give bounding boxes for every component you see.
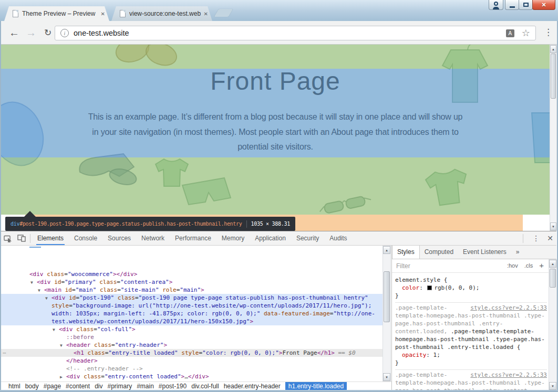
dom-tree-row[interactable]: ⋯<h1 class="entry-title loaded" style="c… [1, 349, 383, 357]
back-button[interactable]: ← [6, 23, 22, 43]
elements-scrollbar[interactable]: ▲ ▼ [383, 246, 391, 382]
breadcrumb-item--page[interactable]: #page [44, 383, 61, 390]
url-text[interactable]: one-test.website [74, 29, 129, 37]
forward-button[interactable]: → [23, 23, 39, 43]
hover-state-button[interactable]: :hov [507, 262, 518, 269]
reload-button[interactable]: ↻ [40, 23, 56, 43]
breadcrumb-item--primary[interactable]: #primary [107, 383, 132, 390]
collapse-arrow-icon[interactable]: ▼ [38, 287, 40, 294]
dom-tree-row[interactable]: ▼<div id="post-190" class="post-190 page… [1, 294, 383, 302]
devtools-tab-console[interactable]: Console [69, 231, 102, 245]
color-swatch[interactable] [427, 285, 432, 290]
collapse-arrow-icon[interactable]: ▼ [45, 294, 48, 302]
collapse-arrow-icon[interactable]: ▼ [30, 279, 33, 287]
scroll-up-icon[interactable]: ▲ [549, 260, 556, 268]
breadcrumb-item--post-190[interactable]: #post-190 [159, 383, 187, 390]
collapse-arrow-icon[interactable]: ▼ [53, 326, 55, 334]
devtools-menu-icon[interactable]: ⋮ [532, 234, 540, 242]
code-segment: id [54, 279, 61, 285]
dom-tree-row[interactable]: width: 1035px; margin-left: -41.875px; c… [1, 310, 383, 317]
tab-title: view-source:one-test.web [129, 10, 201, 17]
devtools-tab-elements[interactable]: Elements [32, 231, 69, 245]
closing-brace: } [395, 292, 547, 300]
page-scrollbar[interactable]: ▲ ▼ [550, 45, 557, 231]
code-segment: "color: rgb(0, 0, 0);" [202, 349, 279, 356]
stylesheet-link[interactable]: style.css?ver=2.2.5:33 [470, 371, 547, 379]
dom-tree-row[interactable]: </header> [1, 357, 383, 365]
translate-icon[interactable]: A [506, 29, 514, 37]
dom-tree-row[interactable]: test.website/wp-content/uploads/2017/11/… [1, 317, 383, 325]
maximize-button[interactable] [519, 0, 533, 10]
sidebar-tab--[interactable]: » [511, 246, 524, 259]
scroll-up-icon[interactable]: ▲ [383, 246, 390, 254]
devtools-tab-memory[interactable]: Memory [216, 231, 250, 245]
dom-tree-row[interactable]: ▼<main id="main" class="site-main" role=… [1, 286, 383, 294]
dom-tree-row[interactable]: <!-- .entry-header --> [1, 365, 383, 373]
dom-tree-row[interactable]: ▼<div class="col-full"> [1, 325, 383, 333]
bookmark-star-icon[interactable]: ☆ [522, 28, 530, 38]
breadcrumb-item-div-col-full[interactable]: div.col-full [191, 383, 219, 390]
tab-close-icon[interactable]: ✕ [101, 11, 105, 17]
devtools-tab-sources[interactable]: Sources [102, 231, 136, 245]
breadcrumb-item-html[interactable]: html [8, 383, 20, 390]
scrollbar-thumb[interactable] [551, 54, 556, 99]
new-style-rule-button[interactable]: + [539, 262, 544, 268]
devtools-tab-security[interactable]: Security [291, 231, 324, 245]
devtools-close-icon[interactable]: ✕ [547, 234, 553, 242]
filter-input[interactable]: Filter [396, 262, 410, 270]
sidebar-tab-styles[interactable]: Styles [392, 246, 420, 259]
new-tab-button[interactable] [214, 9, 233, 17]
breadcrumb-item-body[interactable]: body [25, 383, 39, 390]
style-rule[interactable]: style.css?ver=2.2.5:33.page-template-tem… [395, 369, 547, 390]
scroll-down-icon[interactable]: ▼ [549, 382, 556, 390]
tooltip-tag: div [11, 221, 19, 227]
scroll-down-icon[interactable]: ▼ [383, 373, 390, 381]
scrollbar-thumb[interactable] [550, 269, 556, 288]
browser-tab-view-source[interactable]: view-source:one-test.web ✕ [111, 6, 212, 21]
dom-tree-row[interactable]: <div class="woocommerce"></div> [1, 270, 383, 278]
devtools-tab-performance[interactable]: Performance [170, 231, 216, 245]
info-icon[interactable]: i [60, 29, 69, 37]
tab-close-icon[interactable]: ✕ [204, 11, 208, 17]
expand-arrow-icon[interactable]: ▶ [60, 373, 63, 381]
device-toolbar-icon[interactable] [15, 231, 28, 245]
close-window-button[interactable]: ✕ [532, 0, 555, 10]
class-toggle-button[interactable]: .cls [524, 262, 533, 269]
minimize-button[interactable] [505, 0, 519, 10]
devtools-tab-network[interactable]: Network [136, 231, 170, 245]
inspect-element-icon[interactable] [1, 231, 15, 245]
dom-tree-row[interactable]: ::before [1, 333, 383, 341]
devtools-tab-application[interactable]: Application [250, 231, 291, 245]
css-property[interactable]: opacity: 1; [395, 351, 547, 359]
dom-tree-row[interactable]: ▼<div id="primary" class="content-area"> [1, 278, 383, 286]
dom-tree-row[interactable]: ▶<div class="entry-content loaded">…</di… [1, 373, 383, 380]
dom-tree-row[interactable]: ▼<header class="entry-header"> [1, 341, 383, 349]
stylesheet-link[interactable]: style.css?ver=2.2.5:33 [470, 304, 547, 312]
style-rule[interactable]: style.css?ver=2.2.5:33.page-template-tem… [395, 302, 547, 369]
breadcrumb-item--content[interactable]: #content [66, 383, 90, 390]
styles-scrollbar[interactable]: ▲ ▼ [549, 259, 557, 390]
row-actions-icon[interactable]: ⋯ [3, 349, 6, 357]
breadcrumb-item--main[interactable]: #main [137, 383, 154, 390]
breadcrumb-item-h1-entry-title-loaded[interactable]: h1.entry-title.loaded [285, 382, 347, 390]
scroll-down-icon[interactable]: ▼ [550, 223, 556, 230]
collapse-arrow-icon[interactable]: ▼ [60, 342, 63, 349]
css-property[interactable]: color: rgb(0, 0, 0); [395, 284, 547, 292]
style-rule[interactable]: element.style {color: rgb(0, 0, 0);} [395, 275, 547, 302]
browser-tab-active[interactable]: Theme Preview – Preview ✕ [4, 6, 109, 21]
code-segment: = [111, 342, 115, 348]
breadcrumb-item-div[interactable]: div [95, 383, 102, 390]
devtools-tab-audits[interactable]: Audits [324, 231, 352, 245]
scrollbar-thumb[interactable] [384, 271, 390, 322]
sidebar-tab-computed[interactable]: Computed [420, 246, 458, 259]
browser-menu-icon[interactable]: ⋮ [544, 27, 553, 38]
code-segment: = [135, 294, 139, 301]
code-segment: <header [66, 342, 94, 348]
dom-tree-row[interactable]: style="background-image: url("http://one… [1, 302, 383, 310]
window-border [0, 21, 1, 392]
scroll-up-icon[interactable]: ▲ [550, 45, 556, 53]
sidebar-tab-event-listeners[interactable]: Event Listeners [458, 246, 511, 259]
profile-button[interactable] [489, 0, 503, 10]
breadcrumb-item-header-entry-header[interactable]: header.entry-header [224, 383, 281, 390]
address-bar[interactable]: i one-test.website A ☆ [55, 26, 536, 40]
